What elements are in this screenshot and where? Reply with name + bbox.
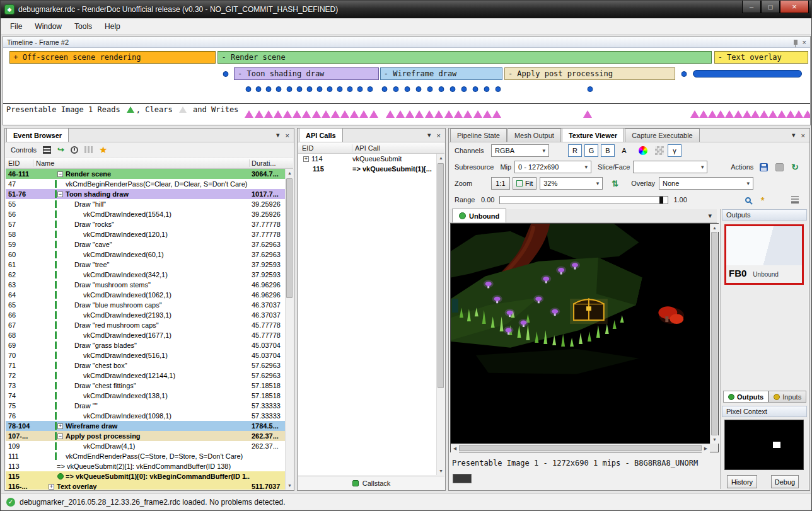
event-row[interactable]: 113=> vkQueueSubmit(2)[1]: vkEndCommandB… — [6, 461, 285, 471]
draw-event-dot[interactable] — [316, 86, 322, 92]
event-row[interactable]: 57Draw "rocks"37.77778 — [6, 219, 285, 229]
event-row[interactable]: 60vkCmdDrawIndexed(60,1)37.62963 — [6, 250, 285, 260]
event-row[interactable]: 61Draw "tree"37.92593 — [6, 260, 285, 270]
time-durations-icon[interactable] — [71, 146, 78, 154]
col-api-call[interactable]: API Call — [352, 144, 444, 152]
event-row[interactable]: 67Draw "red mushroom caps"45.77778 — [6, 320, 285, 330]
texture-hscrollbar[interactable]: ◀ ▶ — [451, 444, 710, 452]
collapse-icon[interactable]: − — [57, 433, 63, 439]
event-row[interactable]: 107-...−Apply post processing262.37... — [6, 431, 285, 441]
scroll-left-icon[interactable]: ◀ — [451, 444, 459, 452]
draw-event-dot[interactable] — [327, 86, 332, 92]
select-columns-icon[interactable] — [43, 146, 51, 154]
expand-icon[interactable]: + — [57, 423, 63, 429]
event-row[interactable]: 59Draw "cave"37.62963 — [6, 239, 285, 250]
maximize-button[interactable]: □ — [761, 1, 780, 13]
scroll-down-icon[interactable]: ▼ — [286, 481, 294, 490]
draw-event-dot[interactable] — [484, 86, 489, 92]
timeline-marker-bar[interactable]: - Wireframe draw — [380, 67, 503, 80]
tab-api-calls[interactable]: API Calls — [299, 128, 343, 142]
draw-event-dot[interactable] — [461, 86, 467, 92]
texture-vscrollbar[interactable]: ▲ ▼ — [710, 224, 718, 444]
panel-menu-icon[interactable]: ▾ — [792, 131, 796, 139]
panel-menu-icon[interactable]: ▾ — [276, 131, 280, 139]
event-row[interactable]: 62vkCmdDrawIndexed(342,1)37.92593 — [6, 270, 285, 280]
event-row[interactable]: 74vkCmdDrawIndexed(138,1)57.18518 — [6, 391, 285, 401]
range-options-button[interactable] — [787, 193, 803, 206]
panel-menu-icon[interactable]: ▾ — [427, 131, 431, 139]
tab-unbound-texture[interactable]: Unbound — [452, 209, 506, 222]
collapse-icon[interactable]: − — [57, 171, 63, 177]
draw-event-dot[interactable] — [223, 71, 229, 77]
panel-close-icon[interactable]: × — [437, 132, 441, 139]
draw-event-dot[interactable] — [427, 86, 433, 92]
draw-event-dot[interactable] — [439, 86, 444, 92]
draw-event-dot[interactable] — [450, 86, 455, 92]
event-browser-scrollbar[interactable]: ▲ ▼ — [285, 169, 293, 490]
menu-help[interactable]: Help — [98, 20, 127, 33]
timeline-marker-bar[interactable]: - Render scene — [218, 51, 711, 64]
scrollbar-thumb[interactable] — [286, 178, 293, 298]
event-row[interactable]: 47vkCmdBeginRenderPass(C=Clear, D=Clear,… — [6, 179, 285, 189]
range-slider[interactable] — [499, 196, 668, 204]
scroll-up-icon[interactable]: ▲ — [710, 224, 719, 232]
menu-tools[interactable]: Tools — [68, 20, 98, 33]
close-button[interactable]: × — [780, 1, 809, 13]
tab-outputs[interactable]: Outputs — [723, 391, 768, 403]
gamma-button[interactable]: γ — [668, 144, 682, 157]
statistics-icon[interactable] — [84, 146, 86, 153]
scroll-down-icon[interactable]: ▼ — [710, 435, 719, 444]
scrollbar-thumb[interactable] — [459, 445, 702, 451]
col-eid[interactable]: EID — [298, 144, 352, 152]
draw-event-dot[interactable] — [337, 86, 343, 92]
event-row[interactable]: 63Draw "mushroom stems"46.96296 — [6, 280, 285, 290]
event-row[interactable]: 56vkCmdDrawIndexed(1554,1)39.25926 — [6, 209, 285, 219]
draw-event-dot[interactable] — [246, 86, 252, 92]
timeline-marker-bar[interactable]: - Toon shading draw — [234, 67, 379, 80]
draw-event-dot[interactable] — [276, 86, 282, 92]
event-row[interactable]: 70vkCmdDrawIndexed(516,1)45.03704 — [6, 350, 285, 360]
scroll-up-icon[interactable]: ▲ — [286, 169, 294, 177]
callstack-section[interactable]: Callstack — [298, 476, 444, 490]
timeline-close-icon[interactable]: × — [803, 38, 806, 46]
texture-list-dropdown-icon[interactable]: ▾ — [708, 212, 717, 222]
tab-mesh-output[interactable]: Mesh Output — [508, 129, 561, 142]
draw-event-dot[interactable] — [347, 86, 353, 92]
event-row[interactable]: 58vkCmdDrawIndexed(120,1)37.77778 — [6, 229, 285, 239]
texture-viewport[interactable]: ▲ ▼ ◀ ▶ — [450, 223, 719, 452]
draw-event-dot[interactable] — [405, 86, 410, 92]
event-row[interactable]: 51-76−Toon shading draw1017.7... — [6, 189, 285, 199]
debug-button[interactable]: Debug — [771, 475, 799, 488]
event-row[interactable]: 115=> vkQueueSubmit(1)[0]: vkBeginComman… — [6, 471, 285, 481]
expand-icon[interactable]: + — [303, 156, 309, 162]
col-duration[interactable]: Durati... — [250, 159, 293, 167]
bookmark-icon[interactable]: ★ — [99, 146, 107, 154]
draw-event-dot[interactable] — [256, 86, 262, 92]
menu-file[interactable]: File — [4, 20, 28, 33]
history-button[interactable]: History — [727, 475, 757, 488]
draw-event-dot[interactable] — [382, 86, 388, 92]
scroll-up-icon[interactable]: ▲ — [437, 154, 445, 162]
api-calls-scrollbar[interactable]: ▲ ▼ — [436, 154, 444, 475]
zoom-range-button[interactable] — [741, 193, 757, 206]
red-channel-button[interactable]: R — [568, 144, 582, 157]
event-row[interactable]: 66vkCmdDrawIndexed(2193,1)46.37037 — [6, 310, 285, 320]
draw-event-dot[interactable] — [306, 86, 312, 92]
draw-event-dot[interactable] — [266, 86, 272, 92]
api-call-row[interactable]: 115=> vkQueueSubmit(1)[... — [298, 164, 436, 174]
event-row[interactable]: 65Draw "blue mushroom caps"46.37037 — [6, 300, 285, 310]
draw-event-dot[interactable] — [357, 86, 363, 92]
event-row[interactable]: 69Draw "grass blades"45.03704 — [6, 340, 285, 350]
fb0-thumbnail[interactable]: FB0 Unbound — [724, 224, 804, 285]
draw-event-dot[interactable] — [286, 86, 292, 92]
api-call-row[interactable]: +114vkQueueSubmit — [298, 154, 436, 164]
titlebar[interactable]: ◆ debugmarker.rdc - RenderDoc Unofficial… — [1, 1, 811, 18]
expand-icon[interactable]: + — [49, 484, 54, 490]
timeline-marker-bar[interactable]: - Text overlay — [714, 51, 809, 64]
zoom-1-1-button[interactable]: 1:1 — [491, 177, 510, 190]
draw-event-dot[interactable] — [587, 86, 593, 92]
event-row[interactable]: 64vkCmdDrawIndexed(1062,1)46.96296 — [6, 290, 285, 300]
overlay-select[interactable]: None▾ — [659, 177, 753, 190]
zoom-select[interactable]: 32%▾ — [540, 177, 603, 190]
event-row[interactable]: 116-...+Text overlay511.7037 — [6, 481, 285, 490]
